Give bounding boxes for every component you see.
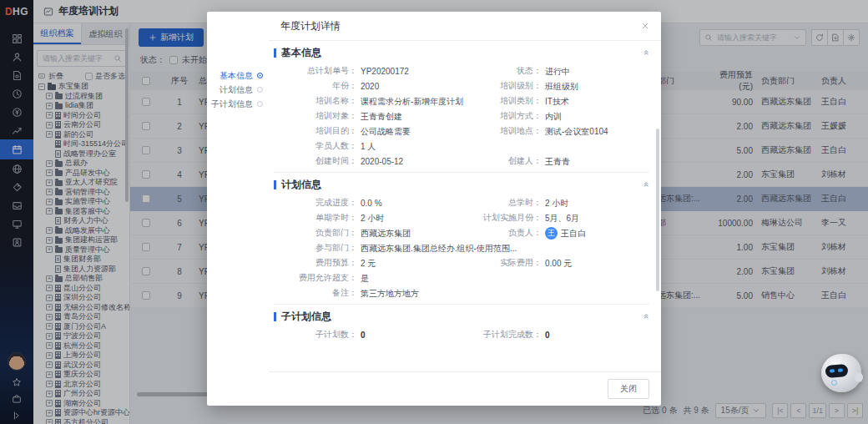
collapse-section-icon[interactable]: « [642, 182, 652, 187]
field-value: 内训 [542, 110, 562, 123]
section-marker [274, 180, 276, 189]
field-cell: 培训目的：公司战略需要 [280, 123, 465, 138]
modal-content: 基本信息«总计划单号：YP20200172状态：进行中年份：2020培训级别：班… [269, 41, 661, 371]
field-row: 费用允许超支：是 [280, 270, 649, 285]
field-cell: 创建人：王青青 [465, 153, 649, 168]
field-cell: 培训对象：王青青创建 [280, 108, 465, 123]
field-cell: 费用允许超支：是 [280, 270, 649, 285]
field-label: 培训名称： [280, 95, 357, 108]
field-cell: 创建时间：2020-05-12 [280, 153, 465, 168]
field-label: 负责人： [465, 227, 542, 240]
collapse-section-icon[interactable]: « [642, 314, 652, 319]
field-cell: 实际费用：0.00 元 [465, 255, 649, 270]
modal-section: 基本信息«总计划单号：YP20200172状态：进行中年份：2020培训级别：班… [274, 43, 649, 168]
section-header: 基本信息« [274, 43, 649, 63]
field-value: YP20200172 [357, 65, 409, 78]
field-value: 1 人 [357, 140, 376, 153]
field-value: 王王自白 [542, 227, 586, 240]
field-value: 2 小时 [357, 212, 384, 225]
field-value: 进行中 [542, 65, 570, 78]
person-avatar: 王 [545, 227, 558, 240]
field-value: 课程需求分析-新增年度计划 [357, 95, 463, 108]
assistant-robot[interactable] [821, 354, 861, 392]
field-cell: 培训地点：测试-会议室0104 [465, 123, 649, 138]
field-cell: 参与部门：西藏远东集团.集团总经办.组织-使用范围... [280, 240, 649, 255]
section-header: 子计划信息« [274, 306, 649, 326]
field-row: 单期学时：2 小时计划实施月份：5月、6月 [280, 209, 649, 225]
field-row: 年份：2020培训级别：班组级别 [280, 78, 649, 93]
field-label: 创建时间： [280, 155, 357, 168]
field-label: 培训对象： [280, 110, 357, 123]
field-row: 培训目的：公司战略需要培训地点：测试-会议室0104 [280, 123, 649, 138]
field-label: 完成进度： [280, 197, 357, 209]
field-label: 年份： [280, 80, 357, 93]
field-value: 王青青创建 [357, 110, 402, 123]
field-label: 子计划数： [280, 329, 357, 341]
field-cell: 培训方式：内训 [465, 108, 649, 123]
modal-nav-label: 计划信息 [220, 84, 253, 96]
field-label: 培训类别： [465, 95, 542, 108]
field-label: 负责部门： [280, 227, 357, 240]
field-row: 备注：第三方地方地方 [280, 285, 649, 300]
field-cell: 完成进度：0.0 % [280, 194, 465, 209]
field-cell: 费用预算：2 元 [280, 255, 465, 270]
collapse-section-icon[interactable]: « [642, 50, 652, 55]
field-row: 子计划数：0子计划完成数：0 [280, 326, 649, 341]
close-icon[interactable] [641, 22, 649, 30]
section-marker [274, 312, 276, 321]
modal-nav-label: 子计划信息 [211, 98, 253, 110]
field-label: 学员人数： [280, 140, 357, 153]
robot-head-icon [821, 354, 861, 392]
field-row: 学员人数：1 人 [280, 138, 649, 153]
field-value: 2020-05-12 [357, 155, 403, 168]
field-row: 创建时间：2020-05-12创建人：王青青 [280, 153, 649, 168]
field-label: 培训方式： [465, 110, 542, 123]
section-header: 计划信息« [274, 174, 649, 194]
modal-nav-子计划信息[interactable]: 子计划信息 [207, 97, 269, 111]
field-cell: 子计划数：0 [280, 326, 465, 341]
field-value: 测试-会议室0104 [542, 125, 608, 138]
field-label: 总计划单号： [280, 65, 357, 78]
modal-nav-基本信息[interactable]: 基本信息 [207, 68, 269, 83]
field-label: 培训地点： [465, 125, 542, 138]
field-value: 西藏远东集团.集团总经办.组织-使用范围... [357, 242, 517, 255]
modal-footer: 关闭 [269, 371, 661, 406]
field-label: 计划实施月份： [465, 212, 542, 225]
field-cell: 备注：第三方地方地方 [280, 285, 649, 300]
field-row: 总计划单号：YP20200172状态：进行中 [280, 63, 649, 78]
field-label: 状态： [465, 65, 542, 78]
field-row: 参与部门：西藏远东集团.集团总经办.组织-使用范围... [280, 240, 649, 255]
field-value: 0 [357, 329, 366, 341]
section-title: 基本信息 [281, 46, 639, 60]
field-value: 2 元 [357, 257, 376, 270]
modal-section: 计划信息«完成进度：0.0 %总学时：2 小时单期学时：2 小时计划实施月份：5… [274, 172, 649, 300]
field-label: 备注： [280, 287, 357, 300]
field-value: 0.0 % [357, 197, 382, 209]
field-label: 实际费用： [465, 257, 542, 270]
modal-section: 子计划信息«子计划数：0子计划完成数：0 [274, 304, 649, 341]
field-cell: 总计划单号：YP20200172 [280, 63, 465, 78]
field-label: 培训级别： [465, 80, 542, 93]
plan-detail-modal: 基本信息计划信息子计划信息 年度计划详情 基本信息«总计划单号：YP202001… [207, 12, 661, 406]
close-button[interactable]: 关闭 [608, 379, 649, 399]
field-value: IT技术 [542, 95, 569, 108]
field-value: 王青青 [542, 155, 570, 168]
modal-nav-label: 基本信息 [220, 70, 253, 82]
field-cell: 总学时：2 小时 [465, 194, 649, 209]
modal-scrollbar[interactable] [656, 129, 659, 291]
field-label: 子计划完成数： [465, 329, 542, 341]
modal-header: 年度计划详情 [269, 12, 661, 41]
section-title: 子计划信息 [281, 310, 639, 324]
field-cell: 培训名称：课程需求分析-新增年度计划 [280, 93, 465, 108]
field-label: 费用预算： [280, 257, 357, 270]
field-label: 培训目的： [280, 125, 357, 138]
field-value: 是 [357, 272, 369, 285]
section-title: 计划信息 [281, 178, 639, 192]
field-label: 参与部门： [280, 242, 357, 255]
modal-nav-计划信息[interactable]: 计划信息 [207, 83, 269, 97]
field-cell: 负责人：王王自白 [465, 225, 649, 240]
field-value: 第三方地方地方 [357, 287, 419, 300]
nav-dot-icon [257, 87, 263, 93]
field-cell: 学员人数：1 人 [280, 138, 649, 153]
modal-body: 年度计划详情 基本信息«总计划单号：YP20200172状态：进行中年份：202… [269, 12, 661, 406]
